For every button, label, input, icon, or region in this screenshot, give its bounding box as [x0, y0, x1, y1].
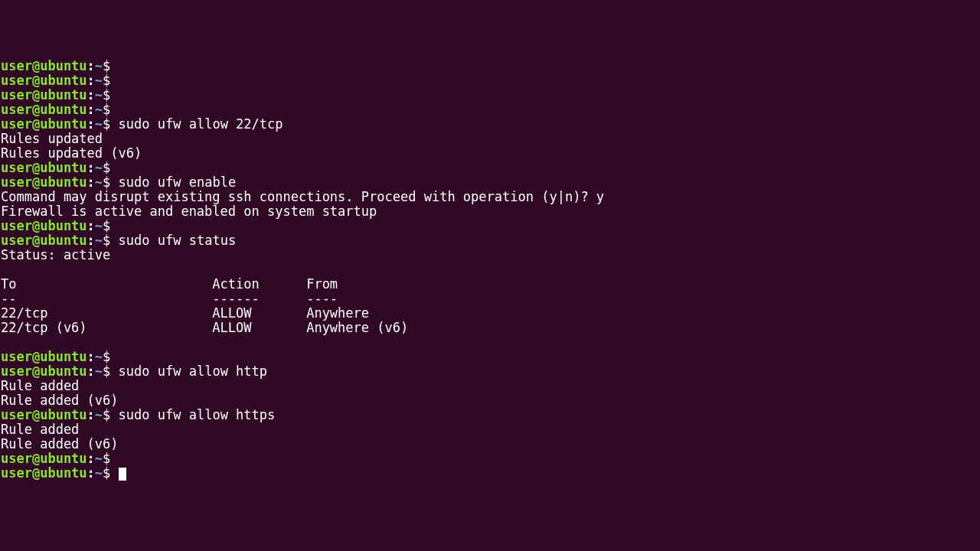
prompt-line: user@ubuntu:~$ — [1, 103, 980, 117]
prompt-line-active[interactable]: user@ubuntu:~$ — [1, 466, 980, 481]
prompt-colon: : — [87, 160, 95, 175]
prompt-dollar: $ — [103, 58, 110, 73]
output-line: 22/tcp ALLOW Anywhere — [1, 306, 980, 321]
cursor-icon — [119, 468, 126, 481]
prompt-colon: : — [87, 218, 95, 233]
prompt-colon: : — [87, 407, 95, 422]
prompt-dollar: $ — [103, 451, 110, 466]
prompt-colon: : — [87, 116, 95, 132]
output-line: To Action From — [1, 277, 980, 292]
terminal-content[interactable]: user@ubuntu:~$ user@ubuntu:~$ user@ubunt… — [1, 59, 980, 481]
output-line: Rule added (v6) — [1, 437, 980, 452]
prompt-user-host: user@ubuntu — [1, 407, 87, 422]
output-line — [1, 262, 980, 277]
prompt-dollar: $ — [103, 407, 110, 422]
output-line: Status: active — [1, 248, 980, 262]
prompt-path: ~ — [95, 73, 103, 88]
prompt-line: user@ubuntu:~$ sudo ufw enable — [1, 175, 980, 190]
output-line: Command may disrupt existing ssh connect… — [1, 190, 980, 204]
prompt-user-host: user@ubuntu — [1, 233, 87, 248]
prompt-line: user@ubuntu:~$ sudo ufw allow https — [1, 408, 980, 422]
prompt-path: ~ — [95, 364, 103, 379]
prompt-colon: : — [87, 87, 95, 103]
prompt-dollar: $ — [103, 73, 110, 88]
prompt-colon: : — [87, 73, 95, 88]
prompt-user-host: user@ubuntu — [1, 451, 87, 466]
prompt-user-host: user@ubuntu — [1, 58, 87, 73]
prompt-dollar: $ — [103, 233, 110, 248]
prompt-path: ~ — [95, 218, 103, 233]
prompt-user-host: user@ubuntu — [1, 364, 87, 379]
prompt-path: ~ — [95, 58, 103, 73]
command-text: sudo ufw enable — [119, 174, 237, 190]
prompt-path: ~ — [95, 349, 103, 364]
prompt-dollar: $ — [103, 102, 110, 117]
prompt-line: user@ubuntu:~$ — [1, 350, 980, 364]
prompt-dollar: $ — [103, 160, 110, 175]
prompt-line: user@ubuntu:~$ — [1, 219, 980, 233]
prompt-user-host: user@ubuntu — [1, 349, 87, 364]
output-line: Rule added — [1, 379, 980, 393]
prompt-colon: : — [87, 465, 95, 481]
prompt-colon: : — [87, 58, 95, 73]
prompt-dollar: $ — [103, 174, 110, 190]
prompt-line: user@ubuntu:~$ — [1, 59, 980, 73]
command-text: sudo ufw allow 22/tcp — [119, 116, 283, 132]
prompt-line: user@ubuntu:~$ — [1, 73, 980, 88]
prompt-dollar: $ — [103, 218, 110, 233]
prompt-path: ~ — [95, 465, 103, 481]
prompt-user-host: user@ubuntu — [1, 218, 87, 233]
prompt-line: user@ubuntu:~$ — [1, 161, 980, 175]
prompt-path: ~ — [95, 102, 103, 117]
prompt-colon: : — [87, 233, 95, 248]
output-line: Rule added — [1, 422, 980, 437]
prompt-user-host: user@ubuntu — [1, 116, 87, 132]
prompt-user-host: user@ubuntu — [1, 174, 87, 190]
prompt-line: user@ubuntu:~$ — [1, 88, 980, 103]
prompt-path: ~ — [95, 160, 103, 175]
prompt-colon: : — [87, 451, 95, 466]
prompt-path: ~ — [95, 233, 103, 248]
output-line: -- ------ ---- — [1, 292, 980, 306]
prompt-path: ~ — [95, 87, 103, 103]
prompt-path: ~ — [95, 116, 103, 132]
prompt-user-host: user@ubuntu — [1, 102, 87, 117]
output-line: Rules updated — [1, 132, 980, 146]
prompt-path: ~ — [95, 451, 103, 466]
prompt-user-host: user@ubuntu — [1, 87, 87, 103]
prompt-dollar: $ — [103, 465, 110, 481]
output-line: 22/tcp (v6) ALLOW Anywhere (v6) — [1, 321, 980, 335]
prompt-path: ~ — [95, 174, 103, 190]
command-text: sudo ufw status — [119, 233, 237, 248]
prompt-colon: : — [87, 102, 95, 117]
prompt-colon: : — [87, 174, 95, 190]
prompt-line: user@ubuntu:~$ sudo ufw allow http — [1, 364, 980, 379]
command-text: sudo ufw allow http — [119, 364, 267, 379]
prompt-user-host: user@ubuntu — [1, 160, 87, 175]
prompt-dollar: $ — [103, 349, 110, 364]
prompt-colon: : — [87, 364, 95, 379]
prompt-dollar: $ — [103, 116, 110, 132]
output-line: Rules updated (v6) — [1, 146, 980, 161]
output-line: Rule added (v6) — [1, 393, 980, 408]
prompt-path: ~ — [95, 407, 103, 422]
prompt-dollar: $ — [103, 364, 110, 379]
output-line: Firewall is active and enabled on system… — [1, 204, 980, 219]
output-line — [1, 335, 980, 350]
prompt-line: user@ubuntu:~$ sudo ufw allow 22/tcp — [1, 117, 980, 132]
prompt-colon: : — [87, 349, 95, 364]
prompt-dollar: $ — [103, 87, 110, 103]
prompt-user-host: user@ubuntu — [1, 465, 87, 481]
prompt-user-host: user@ubuntu — [1, 73, 87, 88]
prompt-line: user@ubuntu:~$ — [1, 452, 980, 466]
prompt-line: user@ubuntu:~$ sudo ufw status — [1, 233, 980, 248]
command-text: sudo ufw allow https — [119, 407, 276, 422]
